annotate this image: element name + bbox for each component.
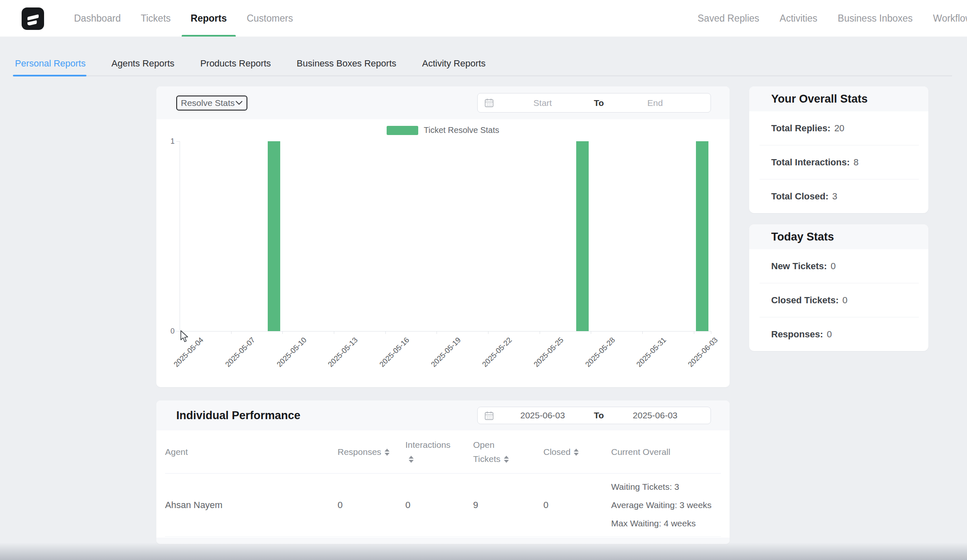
date-range-separator: To — [591, 98, 606, 108]
tabs-underline-track — [15, 75, 952, 76]
overall-stats-title: Your Overall Stats — [771, 93, 868, 106]
column-header-closed[interactable]: Closed — [543, 445, 611, 459]
tab-products-reports[interactable]: Products Reports — [200, 37, 271, 76]
column-header-responses[interactable]: Responses — [338, 445, 405, 459]
y-axis-tick — [176, 331, 180, 332]
tab-business-boxes-reports[interactable]: Business Boxes Reports — [297, 37, 397, 76]
table-header-row: AgentResponsesInteractionsOpen TicketsCl… — [165, 430, 721, 474]
report-metric-value: Resolve Stats — [181, 98, 235, 108]
bar-2025-05-09[interactable] — [268, 141, 280, 331]
x-axis-tick — [334, 331, 334, 334]
column-header-current-overall: Current Overall — [611, 445, 721, 459]
top-navigation: DashboardTicketsReportsCustomers Saved R… — [0, 0, 967, 37]
column-header-interactions[interactable]: Interactions — [405, 438, 473, 466]
performance-date-range-picker[interactable]: 2025-06-03 To 2025-06-03 — [477, 407, 711, 424]
x-axis-tick — [540, 331, 540, 334]
overall-stats-card: Your Overall Stats Total Replies:20Total… — [749, 86, 928, 213]
bar-2025-06-03[interactable] — [696, 141, 708, 331]
x-axis-label: 2025-05-10 — [275, 336, 308, 369]
performance-card-header: Individual Performance 2025-06-03 To 202… — [156, 400, 730, 430]
x-axis-label: 2025-05-22 — [481, 336, 514, 369]
calendar-icon — [484, 411, 494, 420]
table-row: Ahsan Nayem0090Waiting Tickets: 3Average… — [165, 474, 721, 537]
today-stat-row: New Tickets:0 — [749, 249, 928, 283]
performance-end-date[interactable]: 2025-06-03 — [607, 410, 704, 420]
y-axis-tick — [176, 141, 180, 142]
bar-2025-05-27[interactable] — [576, 141, 589, 331]
tab-agents-reports[interactable]: Agents Reports — [111, 37, 175, 76]
chart-legend[interactable]: Ticket Resolve Stats — [156, 125, 730, 135]
column-header-agent: Agent — [165, 445, 338, 459]
sort-icon[interactable] — [409, 456, 414, 463]
overall-stat-value: 3 — [832, 191, 837, 202]
fluent-support-logo-icon — [22, 7, 44, 30]
column-header-open-tickets[interactable]: Open Tickets — [473, 438, 543, 466]
primary-nav: DashboardTicketsReportsCustomers — [74, 0, 293, 37]
overall-line: Max Waiting: 4 weeks — [611, 514, 717, 533]
today-stat-value: 0 — [831, 261, 836, 272]
app-logo[interactable] — [22, 7, 44, 30]
chart-date-range-picker[interactable]: Start To End — [477, 93, 711, 113]
overall-stats-header: Your Overall Stats — [749, 86, 928, 111]
sort-icon[interactable] — [385, 449, 390, 456]
interactions-value: 0 — [405, 500, 473, 511]
x-axis-tick — [231, 331, 232, 334]
nav-item-workflows[interactable]: Workflows — [933, 0, 967, 37]
date-range-separator: To — [591, 410, 606, 420]
x-axis-tick — [488, 331, 488, 334]
x-axis-label: 2025-05-04 — [172, 336, 205, 369]
x-axis-tick — [642, 331, 643, 334]
nav-item-customers[interactable]: Customers — [247, 0, 293, 37]
sort-icon[interactable] — [504, 456, 509, 463]
x-axis-label: 2025-06-03 — [686, 336, 720, 369]
y-axis-line — [180, 141, 180, 331]
x-axis-label: 2025-05-16 — [378, 336, 411, 369]
x-axis-tick — [694, 331, 694, 334]
nav-item-saved-replies[interactable]: Saved Replies — [698, 0, 759, 37]
end-date-input[interactable]: End — [607, 98, 704, 108]
overall-stat-row: Total Replies:20 — [749, 111, 928, 145]
tab-personal-reports[interactable]: Personal Reports — [15, 37, 86, 76]
nav-item-business-inboxes[interactable]: Business Inboxes — [838, 0, 913, 37]
tab-activity-reports[interactable]: Activity Reports — [422, 37, 486, 76]
overall-line: Average Waiting: 3 weeks — [611, 496, 717, 514]
nav-item-activities[interactable]: Activities — [780, 0, 817, 37]
x-axis-label: 2025-05-13 — [326, 336, 360, 369]
reports-tabs: Personal ReportsAgents ReportsProducts R… — [0, 37, 967, 76]
overall-stat-label: Total Interactions: — [771, 157, 850, 168]
overall-stat-label: Total Replies: — [771, 123, 831, 134]
performance-table: AgentResponsesInteractionsOpen TicketsCl… — [156, 430, 730, 537]
overall-stat-value: 8 — [854, 157, 858, 168]
today-stat-row: Closed Tickets:0 — [749, 283, 928, 317]
performance-start-date[interactable]: 2025-06-03 — [494, 410, 591, 420]
x-axis-label: 2025-05-19 — [429, 336, 463, 369]
report-metric-select[interactable]: Resolve Stats — [176, 96, 247, 111]
table-footer-strip — [156, 538, 730, 544]
current-overall-cell: Waiting Tickets: 3Average Waiting: 3 wee… — [611, 478, 721, 533]
x-axis-label: 2025-05-28 — [584, 336, 617, 369]
responses-value: 0 — [338, 500, 405, 511]
today-stats-title: Today Stats — [771, 231, 834, 243]
x-axis-tick — [711, 331, 711, 334]
nav-item-reports[interactable]: Reports — [191, 0, 227, 37]
closed-value: 0 — [543, 500, 611, 511]
overall-line: Waiting Tickets: 3 — [611, 478, 717, 496]
calendar-icon — [484, 98, 494, 108]
overall-stat-value: 20 — [834, 123, 844, 134]
overall-stat-row: Total Interactions:8 — [749, 145, 928, 179]
x-axis-tick — [180, 331, 180, 334]
today-stats-body: New Tickets:0Closed Tickets:0Responses:0 — [749, 249, 928, 351]
nav-item-tickets[interactable]: Tickets — [141, 0, 171, 37]
chevron-down-icon — [236, 101, 242, 105]
today-stat-row: Responses:0 — [749, 317, 928, 351]
y-axis-tick-label: 1 — [162, 137, 175, 146]
today-stat-label: Closed Tickets: — [771, 295, 839, 306]
overall-stats-body: Total Replies:20Total Interactions:8Tota… — [749, 111, 928, 213]
nav-item-dashboard[interactable]: Dashboard — [74, 0, 121, 37]
secondary-nav: Saved RepliesActivitiesBusiness InboxesW… — [698, 0, 967, 37]
agent-name: Ahsan Nayem — [165, 500, 338, 511]
sort-icon[interactable] — [574, 449, 579, 456]
start-date-input[interactable]: Start — [494, 98, 591, 108]
today-stat-label: New Tickets: — [771, 261, 827, 272]
x-axis-tick — [385, 331, 386, 334]
